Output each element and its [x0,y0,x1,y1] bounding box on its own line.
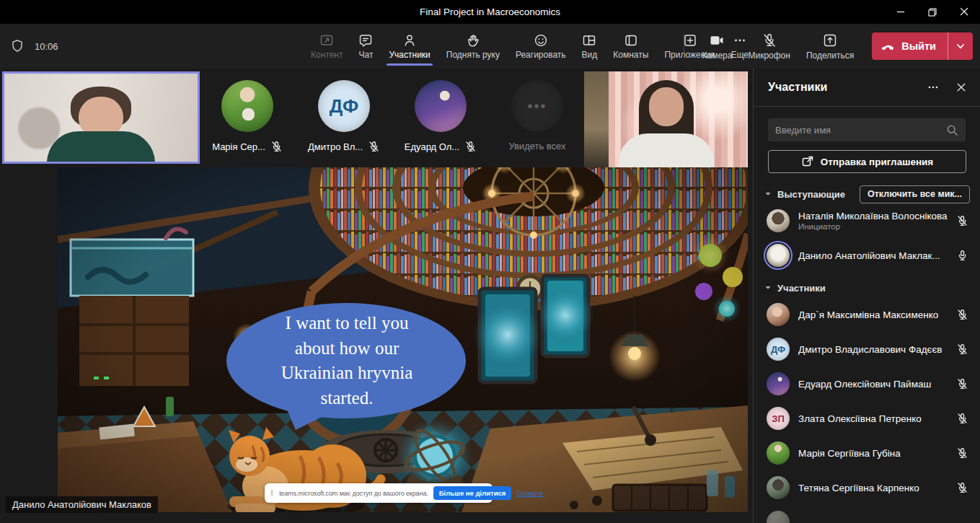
search-icon [946,124,958,136]
camera-icon [709,32,725,48]
share-screen-icon [822,32,838,48]
teams-meeting-window: Final Project in Macroeconomics 10:06 Ко… [0,0,980,523]
avatar: ДФ [767,338,790,361]
rooms-icon [624,33,638,48]
avatar [415,80,467,132]
meeting-toolbar: 10:06 Контент Чат Участники Поднять руку… [0,24,980,69]
restore-button[interactable] [917,0,948,24]
panel-title: Участники [768,81,911,94]
toolbar-item-participants[interactable]: Участники [381,24,438,69]
strip-tile-see-all[interactable]: ••• Увидеть всех [495,69,580,167]
panel-more-icon[interactable] [927,81,940,94]
strip-tile-eduard[interactable]: Едуард Ол... [398,69,483,167]
mic-muted-icon[interactable] [956,482,968,494]
shield-icon [10,39,25,53]
mic-muted-icon [368,141,380,153]
drag-handle-icon[interactable]: ‖ [270,489,274,497]
microphone-button[interactable]: Микрофон [740,32,798,61]
shared-screen: I want to tell you about how our Ukraini… [58,167,748,512]
close-button[interactable] [948,0,980,24]
window-title: Final Project in Macroeconomics [420,6,560,17]
content-icon [319,33,334,48]
send-invite-button[interactable]: Отправка приглашения [768,150,966,173]
mute-all-button[interactable]: Отключить все мик... [860,185,970,203]
toolbar-item-content[interactable]: Контент [303,24,350,69]
remote-video-person [616,80,717,167]
toolbar-divider [684,34,684,58]
hangup-icon [882,40,895,53]
toolbar-item-react[interactable]: Реагировать [508,24,574,69]
stop-sharing-button[interactable]: Більше не ділитися [433,486,512,500]
participant-row[interactable]: Едуард Олексійович Паймаш [754,366,980,401]
mic-muted-icon[interactable] [956,413,968,425]
participant-row[interactable]: ДФ Дмитро Владиславович Фадєєв [754,332,980,366]
screen-share-notice: ‖ teams.microsoft.com має доступ до вашо… [265,483,493,503]
participants-panel: Участники Отправка приглашения Выступающ… [753,69,980,523]
chevron-down-icon[interactable] [764,284,772,292]
participant-row[interactable]: Дар`я Максимівна Максименко [754,297,980,332]
camera-button[interactable]: Камера [694,32,741,61]
avatar [767,209,790,232]
react-icon [534,33,548,48]
slide-speech-bubble: I want to tell you about how our Ukraini… [228,306,466,416]
participant-role: Инициатор [798,222,950,231]
view-icon [582,33,596,48]
meeting-stage: Марія Сер... ДФ Дмитро Вл... Едуард Ол..… [0,69,753,523]
avatar [767,441,790,465]
mic-muted-icon[interactable] [956,343,968,356]
participant-row[interactable]: Данило Анатолійович Маклак... [754,238,980,273]
mic-muted-icon [762,32,777,48]
search-input[interactable] [775,125,946,136]
meeting-timer: 10:06 [35,41,58,52]
mic-muted-icon[interactable] [956,215,968,227]
participant-search[interactable] [768,118,966,141]
participant-row[interactable]: ЗП Злата Олексіївна Петренко [754,401,980,436]
chevron-down-icon[interactable] [764,190,772,198]
mic-muted-icon [270,141,283,153]
panel-close-icon[interactable] [955,82,967,93]
self-video-person [47,87,155,164]
mic-muted-icon[interactable] [956,378,968,390]
mic-muted-icon[interactable] [956,447,968,460]
active-speaker-label: Данило Анатолійович Маклаков [6,496,158,513]
overflow-dots-icon: ••• [511,80,563,132]
avatar [767,511,790,523]
invite-share-icon [801,155,814,168]
title-bar: Final Project in Macroeconomics [0,0,980,24]
share-notice-text: teams.microsoft.com має доступ до вашого… [279,490,428,497]
mic-muted-icon[interactable] [956,309,968,321]
participant-row-partial[interactable] [754,505,980,523]
toolbar-item-raise-hand[interactable]: Поднять руку [438,24,508,69]
mic-on-icon[interactable] [956,250,968,262]
avatar [767,476,790,499]
avatar [221,80,273,132]
minimize-button[interactable] [885,0,917,24]
chat-icon [358,33,373,48]
share-button[interactable]: Поделиться [798,32,862,61]
avatar: ЗП [767,407,790,430]
avatar [767,303,790,326]
avatar [767,244,790,267]
remote-video-tile[interactable] [584,71,748,167]
hide-notice-link[interactable]: Сховати [516,489,542,497]
avatar: ДФ [318,80,370,132]
toolbar-item-rooms[interactable]: Комнаты [605,24,656,69]
avatar [767,372,790,395]
toolbar-item-view[interactable]: Вид [574,24,606,69]
chevron-down-icon [955,40,966,52]
section-speakers: Выступающие Отключить все мик... [754,185,980,203]
participant-row[interactable]: Марія Сергіївна Губіна [754,436,980,470]
leave-button[interactable]: Выйти [872,32,973,60]
leave-options-caret[interactable] [948,32,973,60]
participant-row[interactable]: Наталія Миколаївна Волоснікова Инициатор [754,203,980,238]
toolbar-item-chat[interactable]: Чат [350,24,381,69]
raise-hand-icon [466,33,480,48]
section-attendees: Участники [754,278,980,297]
people-icon [402,33,417,48]
participant-row[interactable]: Тетяна Сергіївна Карпенко [754,470,980,505]
participant-strip: Марія Сер... ДФ Дмитро Вл... Едуард Ол..… [205,69,580,167]
strip-tile-maria[interactable]: Марія Сер... [205,69,290,167]
self-video-tile[interactable] [2,71,200,164]
mic-muted-icon [464,141,477,153]
strip-tile-dmytro[interactable]: ДФ Дмитро Вл... [301,69,387,167]
